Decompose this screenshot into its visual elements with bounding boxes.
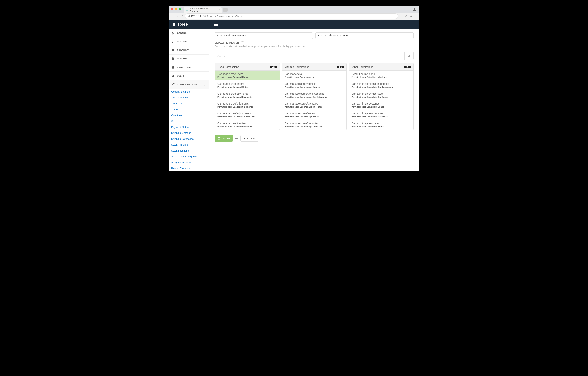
sidebar-item-promotions[interactable]: PROMOTIONS‹ — [169, 63, 209, 72]
site-info-icon[interactable]: ⓘ — [187, 14, 190, 18]
permission-item[interactable]: Can admin spree/countriesPermitted user … — [349, 110, 413, 120]
sidebar-sub-shipping-methods[interactable]: Shipping Methods — [169, 130, 209, 136]
display-permission-label: DISPLAY PERMISSION — [215, 42, 239, 44]
sidebar-sub-analytics-trackers[interactable]: Analytics Trackers — [169, 159, 209, 165]
permission-title: Can admin spree/countries — [351, 112, 411, 115]
browser-tab-strip: Spree Administration: Permissi × — [169, 6, 419, 12]
permission-desc: Permitted user Can admin States — [351, 125, 411, 128]
bookmark-icon[interactable]: ☆ — [394, 15, 396, 18]
sidebar-item-products[interactable]: PRODUCTS‹ — [169, 46, 209, 55]
permission-item[interactable]: Can manage spree/countriesPermitted user… — [282, 120, 346, 130]
forward-icon[interactable]: → — [175, 14, 178, 18]
sidebar-item-label: USERS — [177, 75, 185, 77]
close-window-icon[interactable] — [171, 8, 173, 10]
cancel-button[interactable]: ✖ Cancel — [241, 135, 258, 142]
permission-item[interactable]: Can manage allPermitted user Can manage … — [282, 70, 346, 80]
sidebar-sub-general-settings[interactable]: General Settings — [169, 89, 209, 95]
search-button[interactable] — [404, 52, 413, 60]
permission-item[interactable]: Can admin spree/tax categoriesPermitted … — [349, 80, 413, 90]
column-header: Manage Permissions2/47 — [282, 64, 346, 70]
permission-title: Can manage spree/zones — [284, 112, 344, 115]
sidebar-sub-payment-methods[interactable]: Payment Methods — [169, 124, 209, 130]
permission-item[interactable]: Can admin spree/statesPermitted user Can… — [349, 120, 413, 130]
permission-title: Can read spree/line items — [218, 122, 277, 125]
sidebar-sub-stock-transfers[interactable]: Stock Transfers — [169, 142, 209, 148]
permission-item[interactable]: Default permissionsPermitted user Defaul… — [349, 70, 413, 80]
permission-item[interactable]: Can read spree/usersPermitted user Can r… — [215, 70, 280, 80]
extension-icon[interactable]: ⊙ — [405, 15, 408, 18]
update-button[interactable]: Update — [215, 135, 233, 142]
permission-item[interactable]: Can read spree/paymentsPermitted user Ca… — [215, 90, 280, 100]
sidebar-item-returns[interactable]: RETURNS‹ — [169, 37, 209, 46]
update-label: Update — [222, 137, 230, 140]
menu-icon[interactable]: ⋮ — [414, 15, 418, 18]
browser-toolbar: ← → ⟳ ⓘ 127.0.0.1:3000/admin/permission_… — [169, 12, 419, 20]
sidebar-item-label: PROMOTIONS — [177, 66, 192, 68]
permission-item[interactable]: Can manage spree/tax ratesPermitted user… — [282, 100, 346, 110]
permission-item[interactable]: Can manage spree/tax categoriesPermitted… — [282, 90, 346, 100]
sidebar-sub-stock-locations[interactable]: Stock Locations — [169, 148, 209, 154]
search-input[interactable] — [215, 52, 404, 60]
minimize-window-icon[interactable] — [175, 8, 177, 10]
chevron-left-icon: ‹ — [205, 49, 206, 52]
chevron-down-icon: ⌄ — [203, 83, 206, 86]
new-tab-button[interactable] — [223, 8, 228, 11]
sidebar-item-label: RETURNS — [177, 41, 188, 43]
permission-item[interactable]: Can manage spree/configsPermitted user C… — [282, 80, 346, 90]
permission-item[interactable]: Can read spree/shipmentsPermitted user C… — [215, 100, 280, 110]
sidebar-item-configurations[interactable]: CONFIGURATIONS⌄ — [169, 80, 209, 89]
permission-item[interactable]: Can read spree/ordersPermitted user Can … — [215, 80, 280, 90]
permission-item[interactable]: Can admin spree/tax ratesPermitted user … — [349, 90, 413, 100]
permission-title: Can manage all — [284, 72, 344, 76]
profile-icon[interactable] — [412, 8, 416, 11]
column-title: Read Permissions — [218, 65, 239, 68]
permission-item[interactable]: Can admin spree/zonesPermitted user Can … — [349, 100, 413, 110]
sidebar-sub-shipping-categories[interactable]: Shipping Categories — [169, 136, 209, 142]
permission-desc: Permitted user Can manage Zones — [284, 116, 344, 118]
url-host: 127.0.0.1 — [191, 15, 201, 18]
sidebar-sub-tax-rates[interactable]: Tax Rates — [169, 100, 209, 106]
display-permission-checkbox[interactable] — [241, 42, 244, 44]
sidebar-item-reports[interactable]: REPORTS — [169, 55, 209, 63]
permission-title: Can admin spree/zones — [351, 102, 411, 105]
maximize-window-icon[interactable] — [178, 8, 181, 10]
permission-item[interactable]: Can read spree/adjustmentsPermitted user… — [215, 110, 280, 120]
svg-line-12 — [410, 56, 410, 57]
sidebar-sub-states[interactable]: States — [169, 118, 209, 124]
sidebar-sub-store-credit-categories[interactable]: Store Credit Categories — [169, 154, 209, 159]
chevron-left-icon: ‹ — [205, 40, 206, 43]
sidebar-item-users[interactable]: USERS — [169, 72, 209, 80]
logo-icon — [172, 22, 176, 27]
permission-column-2: Other Permissions5/64Default permissions… — [348, 63, 414, 130]
permission-desc: Permitted user Can manage Countries — [284, 125, 344, 128]
permission-desc: Permitted user Can read Line Items — [218, 125, 277, 128]
permission-item[interactable]: Can manage spree/zonesPermitted user Can… — [282, 110, 346, 120]
display-name-input[interactable] — [315, 32, 414, 39]
close-tab-icon[interactable]: × — [219, 9, 220, 11]
sidebar-sub-refund-reasons[interactable]: Refund Reasons — [169, 165, 209, 171]
permission-title: Can read spree/orders — [218, 82, 277, 85]
sidebar-sub-zones[interactable]: Zones — [169, 106, 209, 112]
brand-logo[interactable]: spree — [172, 22, 188, 27]
permission-column-1: Manage Permissions2/47Can manage allPerm… — [282, 63, 347, 130]
address-bar[interactable]: ⓘ 127.0.0.1:3000/admin/permission_sets/9… — [185, 13, 398, 19]
sidebar-item-orders[interactable]: ORDERS — [169, 29, 209, 37]
permission-desc: Permitted user Can manage Tax Categories — [284, 96, 344, 98]
permission-title: Can manage spree/tax categories — [284, 92, 344, 95]
sidebar-sub-countries[interactable]: Countries — [169, 112, 209, 118]
svg-rect-2 — [173, 49, 174, 50]
reload-icon[interactable]: ⟳ — [180, 14, 183, 18]
permission-title: Can admin spree/states — [351, 122, 411, 125]
sidebar-sub-tax-categories[interactable]: Tax Categories — [169, 95, 209, 100]
svg-point-8 — [172, 66, 173, 67]
extension-icon-2[interactable]: ◈ — [410, 15, 413, 18]
browser-tab[interactable]: Spree Administration: Permissi × — [184, 7, 222, 12]
browser-window: Spree Administration: Permissi × ← → ⟳ ⓘ… — [169, 6, 419, 171]
hamburger-icon[interactable] — [214, 22, 218, 26]
wrench-icon — [172, 83, 175, 86]
name-input[interactable] — [215, 32, 313, 39]
shield-icon[interactable]: ⛨ — [399, 15, 403, 18]
permission-item[interactable]: Can read spree/line itemsPermitted user … — [215, 120, 280, 130]
url-port: :3000 — [202, 15, 209, 18]
back-icon[interactable]: ← — [170, 14, 174, 18]
